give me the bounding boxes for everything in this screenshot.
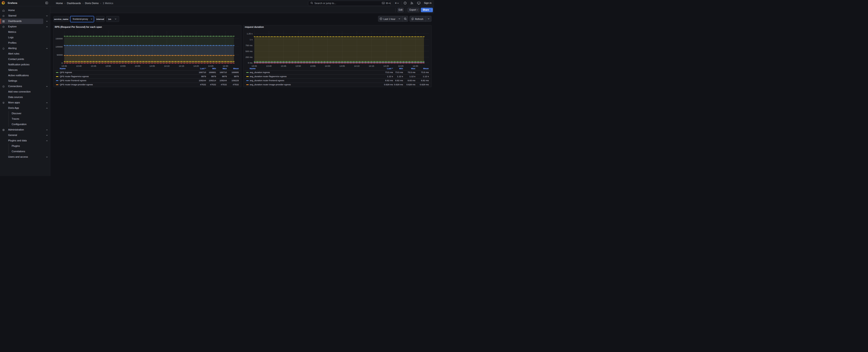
svg-text:?: ? [405,2,406,4]
